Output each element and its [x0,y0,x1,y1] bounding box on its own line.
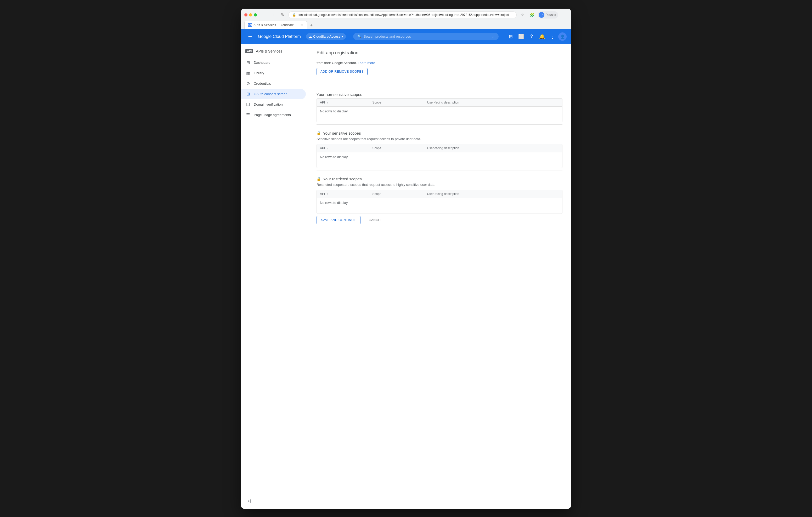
active-tab[interactable]: API APIs & Services – Cloudflare A... ✕ [244,21,307,29]
cloud-shell-button[interactable]: ⬜ [516,32,526,41]
main-layout: API APIs & Services ⊞ Dashboard ▦ Librar… [241,44,571,509]
non-sensitive-title: Your non-sensitive scopes [317,92,562,97]
user-avatar[interactable]: 👤 [558,32,567,41]
oauth-icon: ⊞ [245,91,251,97]
api-badge: API [245,49,253,53]
maximize-traffic-light[interactable] [254,13,257,17]
topnav-actions: ⊞ ⬜ ? 🔔 ⋮ 👤 [506,32,567,41]
library-icon: ▦ [245,70,251,76]
back-button[interactable]: ← [260,11,267,19]
intro-text: from their Google Account. Learn more [317,61,562,65]
dashboard-icon: ⊞ [245,60,251,65]
non-sensitive-no-rows: No rows to display [317,107,562,116]
address-bar[interactable]: 🔒 console.cloud.google.com/apis/credenti… [288,11,517,18]
search-bar[interactable]: 🔍 ⌄ [353,33,499,40]
search-expand-icon: ⌄ [492,34,494,38]
gcp-logo: Google Cloud Platform [258,34,301,39]
save-and-continue-button[interactable]: SAVE AND CONTINUE [317,216,360,224]
project-icon: ☁ [309,34,312,38]
sidebar-collapse-button[interactable]: ◁ [245,497,253,505]
credentials-icon: ⊙ [245,81,251,86]
sensitive-col-scope: Scope [369,144,424,152]
sort-arrow-icon: ↑ [327,101,328,104]
page-title: Edit app registration [317,50,562,56]
hamburger-menu-button[interactable]: ☰ [245,32,255,41]
sensitive-section: 🔒 Your sensitive scopes Sensitive scopes… [317,131,562,168]
page-usage-icon: ☰ [245,112,251,118]
reload-button[interactable]: ↻ [279,11,286,19]
more-button[interactable]: ⋮ [560,11,568,19]
sidebar-item-library[interactable]: ▦ Library [241,68,306,79]
restricted-lock-icon: 🔒 [317,177,321,181]
non-sensitive-section: Your non-sensitive scopes API ↑ Scope [317,92,562,122]
learn-more-link[interactable]: Learn more [358,61,375,65]
sensitive-col-api[interactable]: API ↑ [317,144,369,152]
sensitive-table-header: API ↑ Scope User-facing description [317,144,562,152]
tabs-row: API APIs & Services – Cloudflare A... ✕ … [244,21,568,29]
section-divider-1 [317,86,562,86]
sidebar-item-domain-verification[interactable]: ☐ Domain verification [241,99,306,110]
restricted-col-api[interactable]: API ↑ [317,190,369,198]
bookmark-button[interactable]: ☆ [519,11,526,19]
sidebar-item-credentials[interactable]: ⊙ Credentials [241,79,306,89]
search-icon: 🔍 [357,34,361,38]
sidebar-item-label-oauth: OAuth consent screen [254,92,288,96]
sidebar: API APIs & Services ⊞ Dashboard ▦ Librar… [241,44,308,509]
sensitive-desc: Sensitive scopes are scopes that request… [317,137,562,141]
profile-label: Paused [545,13,556,17]
more-options-button[interactable]: ⋮ [548,32,557,41]
sidebar-brand: API APIs & Services [241,46,308,57]
project-selector[interactable]: ☁ Cloudflare Access ▾ [306,33,346,40]
restricted-col-scope: Scope [369,190,424,198]
browser-window: ← → ↻ 🔒 console.cloud.google.com/apis/cr… [241,9,571,509]
restricted-table-container: API ↑ Scope User-facing description [317,190,562,214]
main-content: Edit app registration from their Google … [308,44,571,509]
restricted-title: 🔒 Your restricted scopes [317,177,562,181]
section-divider-2 [317,124,562,125]
search-input[interactable] [364,34,489,38]
restricted-empty-row: No rows to display [317,198,562,207]
close-traffic-light[interactable] [244,13,248,17]
marketplace-button[interactable]: ⊞ [506,32,515,41]
minimize-traffic-light[interactable] [249,13,252,17]
sort-arrow-icon-3: ↑ [327,193,328,195]
sensitive-col-desc: User-facing description [424,144,562,152]
sidebar-item-label-domain: Domain verification [254,102,283,107]
restricted-no-rows: No rows to display [317,198,562,207]
sidebar-bottom: ◁ [241,493,308,509]
non-sensitive-col-scope: Scope [369,98,424,107]
restricted-table: API ↑ Scope User-facing description [317,190,562,207]
sidebar-item-label-page-usage: Page usage agreements [254,113,291,117]
traffic-lights [244,13,257,17]
project-label: Cloudflare Access [313,34,340,38]
non-sensitive-col-desc: User-facing description [424,98,562,107]
help-button[interactable]: ? [527,32,536,41]
sidebar-item-oauth-consent[interactable]: ⊞ OAuth consent screen [241,89,306,99]
cancel-button[interactable]: CANCEL [365,216,387,224]
domain-icon: ☐ [245,102,251,107]
restricted-table-header: API ↑ Scope User-facing description [317,190,562,198]
forward-button[interactable]: → [269,11,277,19]
tab-favicon: API [248,23,252,27]
browser-chrome: ← → ↻ 🔒 console.cloud.google.com/apis/cr… [241,9,571,29]
profile-avatar: P [539,12,544,18]
non-sensitive-table: API ↑ Scope User-facing description [317,98,562,116]
sort-arrow-icon-2: ↑ [327,147,328,150]
non-sensitive-table-container: API ↑ Scope User-facing description [317,98,562,122]
non-sensitive-empty-row: No rows to display [317,107,562,116]
new-tab-button[interactable]: + [308,22,315,29]
address-text: console.cloud.google.com/apis/credential… [298,13,513,17]
restricted-desc: Restricted scopes are scopes that reques… [317,183,562,187]
browser-controls: ← → ↻ 🔒 console.cloud.google.com/apis/cr… [244,11,568,19]
lock-icon: 🔒 [292,13,296,17]
sidebar-item-dashboard[interactable]: ⊞ Dashboard [241,58,306,68]
extensions-button[interactable]: 🧩 [528,11,535,19]
notifications-button[interactable]: 🔔 [537,32,547,41]
add-remove-scopes-button[interactable]: ADD OR REMOVE SCOPES [317,68,368,75]
non-sensitive-col-api[interactable]: API ↑ [317,98,369,107]
profile-area[interactable]: P Paused [538,11,558,19]
sensitive-title: 🔒 Your sensitive scopes [317,131,562,135]
sensitive-table: API ↑ Scope User-facing description [317,144,562,161]
tab-close-button[interactable]: ✕ [299,23,304,27]
sidebar-item-page-usage[interactable]: ☰ Page usage agreements [241,110,306,120]
